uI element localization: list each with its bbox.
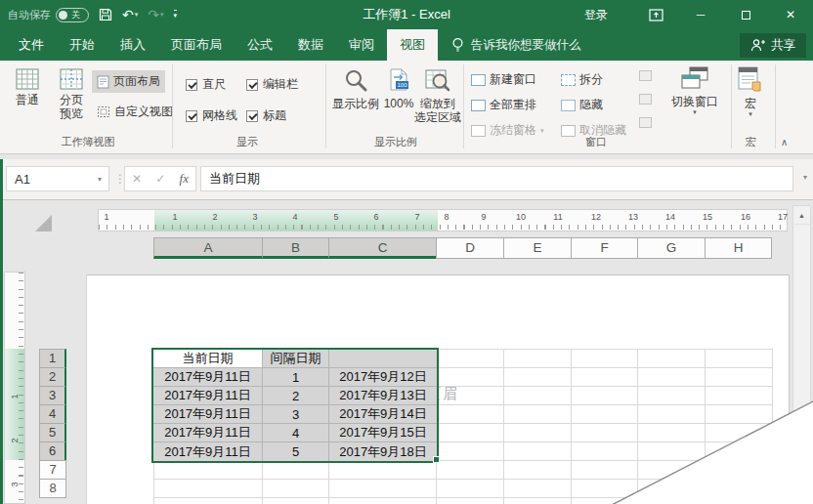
cell-A4[interactable]: 2017年9月11日 [153, 405, 263, 424]
insert-function-icon[interactable]: fx [180, 171, 189, 187]
zoom-to-selection-button[interactable]: 缩放到 选定区域 [414, 68, 461, 124]
maximize-button[interactable] [723, 0, 768, 29]
new-window-button[interactable]: 新建窗口 [471, 71, 536, 88]
row-header-6[interactable]: 6 [39, 441, 66, 461]
share-button[interactable]: 共享 [740, 33, 806, 58]
tab-insert[interactable]: 插入 [107, 29, 158, 61]
tab-file[interactable]: 文件 [6, 29, 57, 61]
cell-B3[interactable]: 2 [263, 387, 329, 405]
checkbox-gridlines[interactable]: 网格线 [186, 107, 237, 124]
row-header-8[interactable]: 8 [39, 479, 66, 498]
checkbox-ruler[interactable]: 直尺 [186, 76, 226, 93]
cell-C2[interactable]: 2017年9月12日 [329, 368, 437, 387]
excel-window: 自动保存 关 ↶▾ ↷▾ ▾ 工作簿1 - Excel 登录 ─ ✕ [0, 0, 813, 504]
scroll-up-button[interactable]: ▲ [793, 206, 810, 225]
cell-A6[interactable]: 2017年9月11日 [153, 442, 263, 461]
tab-home[interactable]: 开始 [57, 29, 107, 61]
sign-in-button[interactable]: 登录 [559, 7, 633, 23]
checkbox-headings[interactable]: 标题 [246, 107, 286, 124]
ribbon-display-options-icon [649, 9, 663, 21]
checkbox-ruler-icon[interactable] [186, 79, 197, 91]
reset-window-position-icon[interactable] [639, 117, 652, 128]
collapse-ribbon-button[interactable]: ∧ [781, 137, 788, 147]
column-header-B[interactable]: B [262, 237, 329, 259]
close-button[interactable]: ✕ [768, 0, 813, 29]
cell-B1[interactable]: 间隔日期 [263, 350, 329, 368]
column-header-A[interactable]: A [153, 237, 263, 259]
sheet-area: 1 1 2 3 4 5 6 7 8 9 10 11 12 13 14 15 16… [0, 201, 813, 504]
tab-view[interactable]: 视图 [387, 29, 438, 61]
row-header-4[interactable]: 4 [39, 404, 66, 424]
row-header-7[interactable]: 7 [39, 460, 66, 480]
checkbox-gridlines-icon[interactable] [186, 110, 197, 122]
macros-button[interactable]: 宏 ▾ [735, 66, 766, 118]
fill-handle[interactable] [433, 456, 440, 463]
column-header-C[interactable]: C [328, 237, 437, 259]
cell-A2[interactable]: 2017年9月11日 [153, 368, 263, 387]
tell-me-box[interactable]: 告诉我你想要做什么 [451, 29, 581, 61]
split-icon [561, 74, 576, 86]
ruler-number: 11 [550, 212, 566, 222]
zoom-icon [343, 68, 368, 94]
custom-views-label: 自定义视图 [114, 104, 173, 120]
vertical-scrollbar[interactable]: ▲ [792, 205, 811, 445]
custom-views-button[interactable]: 自定义视图 [97, 104, 173, 120]
cell-C1[interactable] [329, 350, 437, 368]
row-header-2[interactable]: 2 [39, 367, 66, 387]
column-header-D[interactable]: D [436, 237, 504, 259]
zoom-100-button[interactable]: 100 100% [381, 68, 416, 110]
name-box-dropdown-icon[interactable]: ▾ [98, 175, 102, 184]
tab-page-layout[interactable]: 页面布局 [158, 29, 235, 61]
page-layout-view-button[interactable]: 页面布局 [92, 70, 165, 93]
row-header-1[interactable]: 1 [39, 349, 66, 368]
group-separator [463, 64, 464, 148]
zoom-100-label: 100% [381, 97, 416, 110]
cancel-entry-icon[interactable]: ✕ [132, 172, 142, 186]
row-header-5[interactable]: 5 [39, 423, 66, 442]
synchronous-scrolling-icon[interactable] [639, 94, 652, 105]
cell-C3[interactable]: 2017年9月13日 [329, 387, 437, 405]
switch-windows-button[interactable]: 切换窗口 ▾ [666, 66, 723, 116]
tab-review[interactable]: 审阅 [336, 29, 387, 61]
cell-B5[interactable]: 4 [263, 424, 329, 442]
checkbox-formula-bar[interactable]: 编辑栏 [246, 76, 298, 93]
cell-B6[interactable]: 5 [263, 442, 329, 461]
selected-range-A1-C6: 当前日期 间隔日期 2017年9月11日 1 2017年9月12日 2017年9… [151, 348, 439, 463]
zoom-button[interactable]: 显示比例 [330, 68, 381, 110]
column-header-F[interactable]: F [571, 237, 638, 259]
cell-C6[interactable]: 2017年9月18日 [329, 442, 437, 461]
cell-C4[interactable]: 2017年9月14日 [329, 405, 437, 424]
view-side-by-side-icon[interactable] [639, 70, 652, 81]
page-break-preview-button[interactable]: 分页 预览 [51, 68, 92, 120]
arrange-all-button[interactable]: 全部重排 [471, 97, 536, 113]
cell-A5[interactable]: 2017年9月11日 [153, 424, 263, 442]
tab-data[interactable]: 数据 [285, 29, 336, 61]
hide-button[interactable]: 隐藏 [561, 97, 603, 113]
cell-C5[interactable]: 2017年9月15日 [329, 424, 437, 442]
name-box[interactable]: A1 ▾ [6, 166, 109, 191]
freeze-panes-dropdown-icon: ▾ [540, 127, 544, 135]
tab-formulas[interactable]: 公式 [235, 29, 285, 61]
ruler-number: 8 [439, 212, 454, 222]
cell-A3[interactable]: 2017年9月11日 [153, 387, 263, 405]
column-header-E[interactable]: E [503, 237, 572, 259]
minimize-button[interactable]: ─ [678, 0, 723, 29]
maximize-icon [742, 11, 750, 20]
cell-B2[interactable]: 1 [263, 368, 329, 387]
cell-B4[interactable]: 3 [263, 405, 329, 424]
expand-formula-bar-icon[interactable]: ▾ [803, 173, 807, 182]
cell-A1[interactable]: 当前日期 [153, 350, 263, 368]
confirm-entry-icon[interactable]: ✓ [155, 172, 165, 186]
select-all-corner[interactable] [35, 215, 52, 231]
column-header-G[interactable]: G [637, 237, 706, 259]
split-button[interactable]: 拆分 [561, 71, 603, 88]
checkbox-headings-icon[interactable] [246, 110, 258, 122]
ribbon-display-options-button[interactable] [633, 0, 678, 29]
vertical-ruler: 1 2 3 [4, 272, 25, 504]
formula-input[interactable]: 当前日期 [200, 166, 793, 191]
share-label: 共享 [771, 37, 795, 54]
checkbox-formula-bar-icon[interactable] [246, 79, 258, 91]
column-header-H[interactable]: H [705, 237, 772, 259]
row-header-3[interactable]: 3 [39, 386, 66, 405]
normal-view-button[interactable]: 普通 [8, 68, 47, 106]
